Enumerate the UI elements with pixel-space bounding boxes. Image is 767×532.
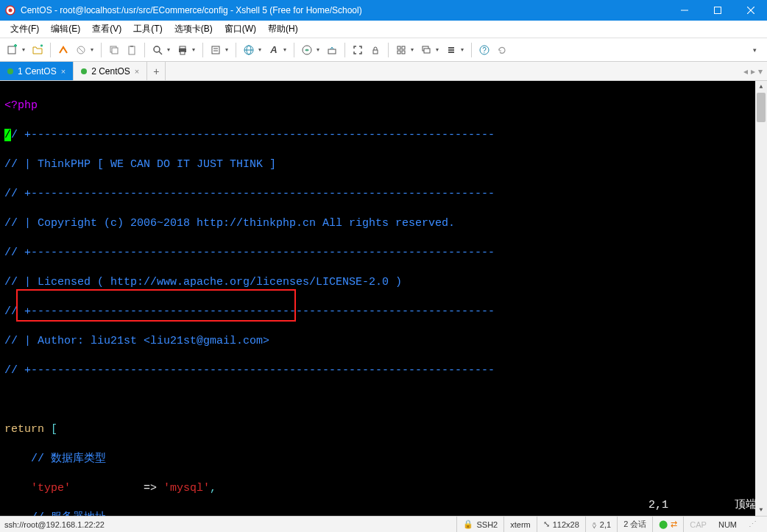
dropdown-icon[interactable]: ▾ [192,46,198,53]
separator [294,43,294,57]
separator [236,43,236,57]
comment: // +------------------------------------… [4,187,763,202]
menu-view[interactable]: 查看(V) [86,21,127,38]
globe-icon[interactable] [241,42,257,58]
dropdown-icon[interactable]: ▾ [317,46,322,53]
status-sessions: 2 会话 [617,517,652,532]
cursor: / [4,129,11,141]
svg-line-18 [159,52,162,54]
keyword: return [4,423,51,436]
menu-window[interactable]: 窗口(W) [219,21,262,38]
close-button[interactable] [734,0,767,21]
position-icon: ⎀ [592,520,597,529]
comment: // | ThinkPHP [ WE CAN DO IT JUST THINK … [4,157,763,172]
dropdown-icon[interactable]: ▾ [225,46,231,53]
search-icon[interactable] [149,42,166,58]
refresh-icon[interactable] [494,42,510,58]
terminal[interactable]: <?php // +------------------------------… [0,81,767,516]
tab-centos-2[interactable]: 2 CentOS × [74,62,147,80]
new-session-icon[interactable] [4,42,21,58]
dropdown-icon[interactable]: ▾ [411,46,417,53]
comment: // | Licensed ( http://www.apache.org/li… [4,275,763,290]
scroll-thumb[interactable] [757,93,766,122]
svg-rect-16 [130,46,133,47]
comment: // +------------------------------------… [4,246,763,260]
maximize-button[interactable] [701,0,734,21]
menu-file[interactable]: 文件(F) [4,21,45,38]
svg-rect-21 [180,52,185,54]
dropdown-icon[interactable]: ▾ [461,46,467,53]
tab-bar: 1 CentOS × 2 CentOS × + ◂ ▸ ▾ [0,62,767,81]
status-ssh: 🔒SSH2 [456,517,503,532]
list-icon[interactable] [443,42,459,58]
scrollbar[interactable]: ▲ ▼ [755,81,767,516]
lock-icon: 🔒 [463,519,473,529]
comment: // | Author: liu21st <liu21st@gmail.com> [4,334,763,349]
svg-rect-29 [328,49,336,54]
status-connect-icon: ⬤⇄ [652,517,683,532]
font-icon[interactable]: A [266,42,282,58]
properties-icon[interactable] [208,42,224,58]
scroll-down-icon[interactable]: ▼ [755,504,767,516]
toolbar-overflow-icon[interactable]: ▾ [746,42,763,58]
transfer-icon[interactable] [324,42,340,58]
tab-prev-icon[interactable]: ◂ [743,66,748,77]
separator [101,43,102,57]
separator [471,43,472,57]
disconnect-icon[interactable] [73,42,89,58]
separator [344,43,345,57]
print-icon[interactable] [174,42,191,58]
status-bar: ssh://root@192.168.1.22:22 🔒SSH2 xterm ⤡… [0,516,767,532]
comment: // +------------------------------------… [4,363,763,378]
paste-icon[interactable] [124,42,140,58]
svg-point-17 [154,46,160,52]
svg-rect-32 [402,46,405,49]
toolbar: ▾ ▾ ▾ ▾ ▾ ▾ A ▾ ▾ ▾ ▾ ▾ ? ▾ [0,38,767,62]
status-cap: CAP [683,517,713,532]
status-dot-icon [81,68,87,74]
dropdown-icon[interactable]: ▾ [167,46,173,53]
minimize-button[interactable] [668,0,701,21]
tab-menu-icon[interactable]: ▾ [758,66,763,77]
svg-rect-31 [397,46,400,49]
menu-tab[interactable]: 选项卡(B) [169,21,219,38]
cascade-icon[interactable] [418,42,434,58]
tile-icon[interactable] [393,42,409,58]
dropdown-icon[interactable]: ▾ [283,46,289,53]
menu-help[interactable]: 帮助(H) [262,21,304,38]
open-session-icon[interactable] [29,42,46,58]
tab-close-icon[interactable]: × [61,67,66,76]
resize-grip-icon[interactable]: ⋰ [743,517,763,532]
tab-next-icon[interactable]: ▸ [751,66,755,77]
fullscreen-icon[interactable] [350,42,366,58]
comment: // 数据库类型 [4,452,763,467]
window-title: CentOS - root@localhost:/usr/src/ECommer… [21,5,668,15]
dropdown-icon[interactable]: ▾ [91,46,96,53]
scroll-up-icon[interactable]: ▲ [755,81,767,93]
svg-rect-15 [129,46,135,54]
separator [50,43,51,57]
tab-close-icon[interactable]: × [135,67,139,76]
status-pos: ⎀2,1 [585,517,617,532]
dropdown-icon[interactable]: ▾ [436,46,442,53]
tab-centos-1[interactable]: 1 CentOS × [0,62,74,80]
script-icon[interactable] [299,42,315,58]
menu-edit[interactable]: 编辑(E) [45,21,86,38]
copy-icon[interactable] [106,42,122,58]
svg-text:?: ? [482,46,487,54]
cursor-position: 2,1 [648,498,668,513]
separator [144,43,145,57]
connect-icon[interactable] [55,42,71,58]
tab-nav: ◂ ▸ ▾ [739,62,767,80]
app-icon [4,4,16,16]
menu-tools[interactable]: 工具(T) [127,21,168,38]
svg-rect-6 [8,46,15,54]
dropdown-icon[interactable]: ▾ [22,46,28,53]
status-num: NUM [713,517,743,532]
tab-new-button[interactable]: + [147,62,166,80]
dropdown-icon[interactable]: ▾ [258,46,264,53]
help-icon[interactable]: ? [476,42,492,58]
lock-icon[interactable] [367,42,384,58]
status-dot-icon [7,68,13,74]
tab-label: 2 CentOS [91,66,130,77]
